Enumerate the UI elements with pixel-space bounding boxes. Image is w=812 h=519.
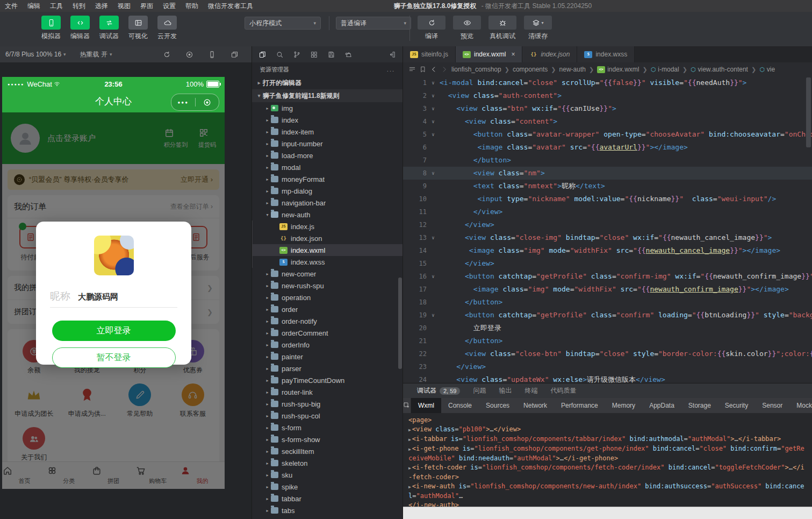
breadcrumb-item[interactable]: <>index.wxml xyxy=(597,66,639,73)
tree-item[interactable]: {}index.json xyxy=(252,232,403,244)
menu-item[interactable]: 转到 xyxy=(68,2,90,10)
login-button[interactable]: 立即登录 xyxy=(52,321,176,341)
tree-item[interactable]: ▸modal xyxy=(252,161,403,173)
mode-dropdown[interactable]: 小程序模式 ▾ xyxy=(245,17,321,30)
tree-item[interactable]: ▸navigation-bar xyxy=(252,197,403,209)
fold-arrow-icon[interactable]: ∨ xyxy=(427,167,440,180)
explorer-section[interactable]: ▾狮子鱼修复前端11.8新规则 xyxy=(252,89,403,102)
extensions-icon[interactable] xyxy=(310,51,318,59)
tree-item[interactable]: Sindex.wxss xyxy=(252,256,403,268)
expand-arrow-icon[interactable]: ▶ xyxy=(408,428,411,432)
branch-icon[interactable] xyxy=(293,51,301,59)
nickname-input[interactable]: 大鹏源码网 xyxy=(78,292,118,302)
device-selector[interactable]: 6/7/8 Plus 100% 16▾ xyxy=(5,51,66,58)
fold-arrow-icon[interactable]: ∨ xyxy=(427,270,440,283)
target-close-icon[interactable] xyxy=(196,98,219,107)
panel-toggle-button[interactable]: 可视化 xyxy=(126,16,150,46)
breadcrumb-item[interactable]: ⬡vie xyxy=(759,66,775,73)
search-icon[interactable] xyxy=(276,51,284,59)
devtools-tab-sensor[interactable]: Sensor xyxy=(755,398,789,413)
tree-item[interactable]: ▸sku xyxy=(252,469,403,481)
devtools-tab-appdata[interactable]: AppData xyxy=(642,398,681,413)
tree-item[interactable]: ▸s-form xyxy=(252,422,403,433)
menu-item[interactable]: 微信开发者工具 xyxy=(203,2,258,10)
tree-item[interactable]: ▸index-item xyxy=(252,126,403,138)
wxml-node[interactable]: ▶<i-tabbar is="lionfish_comshop/componen… xyxy=(408,435,807,444)
breadcrumb-item[interactable]: lionfish_comshop xyxy=(451,66,501,73)
tree-item[interactable]: ▸rush-spu-big xyxy=(252,398,403,410)
tree-item[interactable]: ▸payTimeCountDown xyxy=(252,374,403,386)
tree-item[interactable]: ▸orderComment xyxy=(252,327,403,339)
toolbar-action-button[interactable]: 预览 xyxy=(453,16,481,41)
menu-item[interactable]: 选择 xyxy=(90,2,113,10)
fold-arrow-icon[interactable]: ∨ xyxy=(427,115,440,128)
devtools-tab-memory[interactable]: Memory xyxy=(605,398,642,413)
collapse-panel-icon[interactable] xyxy=(388,51,396,59)
record-icon[interactable] xyxy=(185,51,193,59)
tree-item[interactable]: ▾new-auth xyxy=(252,209,403,221)
save-icon[interactable] xyxy=(327,51,335,59)
back-icon[interactable] xyxy=(430,66,437,73)
menu-item[interactable]: 界面 xyxy=(135,2,158,10)
files-icon[interactable] xyxy=(258,51,267,59)
fold-arrow-icon[interactable]: ∨ xyxy=(427,128,440,141)
toolbar-action-button[interactable]: 编译 xyxy=(418,16,445,41)
tree-item[interactable]: ▸orderInfo xyxy=(252,339,403,351)
debugger-tab[interactable]: 输出 xyxy=(499,386,512,395)
tree-item[interactable]: ▸rush-spu-col xyxy=(252,410,403,422)
breadcrumb-item[interactable]: components xyxy=(513,66,548,73)
refresh-icon[interactable] xyxy=(163,51,171,59)
toolbar-action-button[interactable]: 真机调试 xyxy=(488,16,516,41)
menu-item[interactable]: 工具 xyxy=(45,2,68,10)
wechat-capsule[interactable]: ●●● xyxy=(171,94,219,111)
fold-arrow-icon[interactable]: ∨ xyxy=(427,76,440,89)
fold-arrow-icon[interactable]: ∨ xyxy=(427,309,440,322)
debugger-tab[interactable]: 问题 xyxy=(473,386,486,395)
tree-item[interactable]: ▸order-notify xyxy=(252,315,403,327)
devtools-tab-storage[interactable]: Storage xyxy=(681,398,718,413)
editor-scrollbar[interactable] xyxy=(806,77,811,147)
more-icon[interactable]: ●●● xyxy=(171,100,195,105)
tree-item[interactable]: ▸mp-dialog xyxy=(252,185,403,197)
close-icon[interactable]: × xyxy=(511,51,515,58)
breadcrumb-item[interactable]: ⬡i-modal xyxy=(651,66,679,73)
more-actions-icon[interactable]: ... xyxy=(387,66,395,73)
fold-arrow-icon[interactable]: ∨ xyxy=(427,102,440,115)
fold-arrow-icon[interactable]: ∨ xyxy=(427,231,440,244)
toolbar-action-button[interactable]: ▾清缓存 xyxy=(524,16,552,41)
devtools-tab-network[interactable]: Network xyxy=(516,398,554,413)
wxml-node[interactable]: ▶<i-new-auth is="lionfish_comshop/compon… xyxy=(408,482,807,501)
tree-item[interactable]: JSindex.js xyxy=(252,221,403,232)
devtools-tab-wxml[interactable]: Wxml xyxy=(411,398,441,413)
avatar-image[interactable] xyxy=(94,236,134,275)
tree-item[interactable]: ▸img xyxy=(252,102,403,114)
devtools-tab-sources[interactable]: Sources xyxy=(479,398,516,413)
tree-item[interactable]: ▸parser xyxy=(252,362,403,374)
editor-tab[interactable]: Sindex.wxss xyxy=(577,46,635,62)
tree-item[interactable]: ▸seckillItem xyxy=(252,445,403,457)
wxml-node[interactable]: ▶<i-get-phone is="lionfish_comshop/compo… xyxy=(408,444,807,463)
forward-icon[interactable] xyxy=(441,66,448,73)
wxml-node[interactable]: ▶<i-fetch-coder is="lionfish_comshop/com… xyxy=(408,463,807,482)
expand-arrow-icon[interactable]: ▶ xyxy=(408,466,411,471)
fold-arrow-icon[interactable]: ∨ xyxy=(427,89,440,102)
editor-tab[interactable]: <>index.wxml× xyxy=(456,46,522,62)
menu-item[interactable]: 设置 xyxy=(158,2,181,10)
tree-item[interactable]: ▸painter xyxy=(252,351,403,362)
skip-login-button[interactable]: 暂不登录 xyxy=(52,347,176,368)
tree-item[interactable]: ▸input-number xyxy=(252,138,403,150)
compile-dropdown[interactable]: 普通编译 ▾ xyxy=(336,17,411,30)
debugger-tab[interactable]: 代码质量 xyxy=(550,386,576,395)
explorer-scrollbar[interactable] xyxy=(398,278,402,369)
tree-item[interactable]: <>index.wxml xyxy=(252,244,403,256)
tree-item[interactable]: ▸spike xyxy=(252,481,403,493)
wxml-node[interactable]: <page> xyxy=(408,416,807,425)
tree-item[interactable]: ▸s-form-show xyxy=(252,433,403,445)
tree-item[interactable]: ▸skeleton xyxy=(252,457,403,469)
tree-item[interactable]: ▸tabbar xyxy=(252,493,403,504)
hot-reload-toggle[interactable]: 热重载 开▾ xyxy=(80,50,112,59)
panel-toggle-button[interactable]: 调试器 xyxy=(97,16,121,46)
panel-toggle-button[interactable]: 编辑器 xyxy=(68,16,92,46)
wxml-inspector[interactable]: <page>▶<view class="pb100">…</view>▶<i-t… xyxy=(403,413,812,507)
tree-item[interactable]: ▸operation xyxy=(252,292,403,303)
